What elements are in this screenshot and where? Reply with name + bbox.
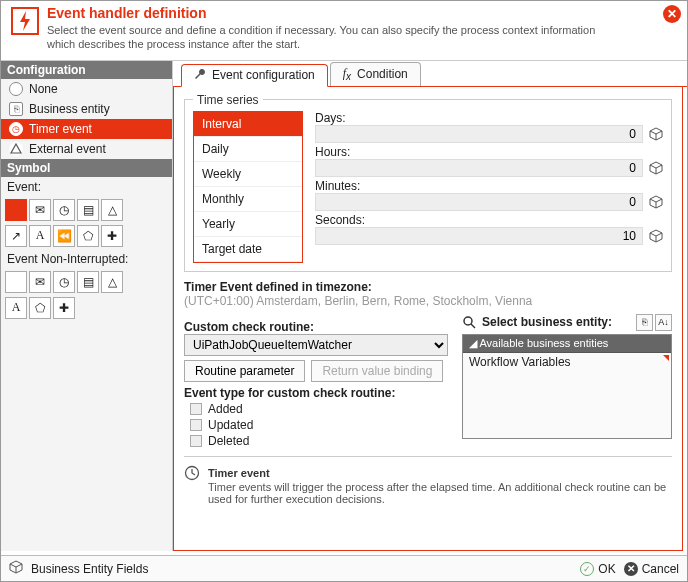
cancel-button[interactable]: ✕ Cancel: [624, 562, 679, 576]
seconds-label: Seconds:: [315, 213, 663, 227]
period-interval[interactable]: Interval: [194, 112, 302, 137]
cfg-item-timer-event[interactable]: ◷ Timer event: [1, 119, 172, 139]
custom-routine-select[interactable]: UiPathJobQueueItemWatcher: [184, 334, 448, 356]
ni-symbol-plus-icon[interactable]: ✚: [53, 297, 75, 319]
event-noninterrupted-label: Event Non-Interrupted:: [1, 249, 172, 269]
checkbox-deleted[interactable]: [190, 435, 202, 447]
sidebar: Configuration None ⎘ Business entity ◷ T…: [1, 61, 173, 551]
ni-symbol-list-icon[interactable]: ▤: [77, 271, 99, 293]
event-label: Event:: [1, 177, 172, 197]
clock-icon: [184, 465, 200, 481]
symbol-clock-icon[interactable]: ◷: [53, 199, 75, 221]
time-series-legend: Time series: [193, 93, 263, 107]
period-daily[interactable]: Daily: [194, 137, 302, 162]
tab-content: Time series Interval Daily Weekly Monthl…: [173, 87, 683, 551]
link-icon: ⎘: [9, 102, 23, 116]
cancel-icon: ✕: [624, 562, 638, 576]
hours-input[interactable]: [315, 159, 643, 177]
cancel-label: Cancel: [642, 562, 679, 576]
minutes-input[interactable]: [315, 193, 643, 211]
wrench-icon: [194, 68, 206, 83]
cfg-label: None: [29, 82, 58, 96]
symbol-rewind-icon[interactable]: ⏪: [53, 225, 75, 247]
timezone-value: (UTC+01:00) Amsterdam, Berlin, Bern, Rom…: [184, 294, 672, 308]
checkbox-label: Updated: [208, 418, 253, 432]
symbol-nearrow-icon[interactable]: ↗: [5, 225, 27, 247]
cube-icon[interactable]: [649, 195, 663, 209]
symbol-solid[interactable]: [5, 199, 27, 221]
circle-icon: [9, 82, 23, 96]
period-yearly[interactable]: Yearly: [194, 212, 302, 237]
checkbox-label: Deleted: [208, 434, 249, 448]
symbol-plus-icon[interactable]: ✚: [101, 225, 123, 247]
tab-event-configuration[interactable]: Event configuration: [181, 64, 328, 87]
days-label: Days:: [315, 111, 663, 125]
ni-symbol-clock-icon[interactable]: ◷: [53, 271, 75, 293]
cube-icon[interactable]: [649, 161, 663, 175]
days-input[interactable]: [315, 125, 643, 143]
ni-symbol-envelope-icon[interactable]: ✉: [29, 271, 51, 293]
ok-button[interactable]: ✓ OK: [580, 562, 615, 576]
fx-icon: fx: [343, 66, 351, 82]
symbol-a-icon[interactable]: A: [29, 225, 51, 247]
timer-footer: Timer event Timer events will trigger th…: [184, 465, 672, 507]
symbol-pentagon-icon[interactable]: ⬠: [77, 225, 99, 247]
tab-label: Event configuration: [212, 68, 315, 82]
tab-condition[interactable]: fx Condition: [330, 62, 421, 85]
dialog-footer: Business Entity Fields ✓ OK ✕ Cancel: [1, 555, 687, 581]
ni-symbol-pentagon-icon[interactable]: ⬠: [29, 297, 51, 319]
dialog-header: Event handler definition Select the even…: [1, 1, 687, 61]
dialog-title: Event handler definition: [47, 5, 607, 21]
hours-label: Hours:: [315, 145, 663, 159]
symbol-envelope-icon[interactable]: ✉: [29, 199, 51, 221]
cfg-item-none[interactable]: None: [1, 79, 172, 99]
filter-entity-button[interactable]: ⎘: [636, 314, 653, 331]
checkbox-added[interactable]: [190, 403, 202, 415]
cfg-label: Business entity: [29, 102, 110, 116]
cfg-label: External event: [29, 142, 106, 156]
symbol-list-icon[interactable]: ▤: [77, 199, 99, 221]
bolt-icon: [9, 5, 41, 37]
return-value-binding-button[interactable]: Return value binding: [311, 360, 443, 382]
dialog-subtitle: Select the event source and define a con…: [47, 23, 607, 52]
ni-symbol-triangle-icon[interactable]: △: [101, 271, 123, 293]
period-weekly[interactable]: Weekly: [194, 162, 302, 187]
search-icon[interactable]: [462, 315, 476, 329]
timezone-label: Timer Event defined in timezone:: [184, 280, 672, 294]
timer-foot-desc: Timer events will trigger the process af…: [208, 481, 672, 505]
symbol-triangle-icon[interactable]: △: [101, 199, 123, 221]
entity-box: ◢ Available business entities Workflow V…: [462, 334, 672, 439]
entity-group-label: Available business entities: [479, 337, 608, 349]
cfg-label: Timer event: [29, 122, 92, 136]
footer-left-label[interactable]: Business Entity Fields: [31, 562, 148, 576]
custom-routine-label: Custom check routine:: [184, 320, 448, 334]
period-list: Interval Daily Weekly Monthly Yearly Tar…: [193, 111, 303, 263]
seconds-input[interactable]: [315, 227, 643, 245]
ni-symbol-blank[interactable]: [5, 271, 27, 293]
routine-parameter-button[interactable]: Routine parameter: [184, 360, 305, 382]
select-entity-label: Select business entity:: [482, 315, 612, 329]
cube-icon[interactable]: [649, 229, 663, 243]
period-monthly[interactable]: Monthly: [194, 187, 302, 212]
event-type-label: Event type for custom check routine:: [184, 386, 448, 400]
period-target-date[interactable]: Target date: [194, 237, 302, 262]
close-icon[interactable]: ✕: [663, 5, 681, 23]
checkbox-label: Added: [208, 402, 243, 416]
cube-icon: [9, 560, 23, 577]
ok-label: OK: [598, 562, 615, 576]
svg-line-2: [471, 324, 475, 328]
ni-symbol-a-icon[interactable]: A: [5, 297, 27, 319]
entity-item-workflow-variables[interactable]: Workflow Variables: [463, 353, 671, 371]
cube-icon[interactable]: [649, 127, 663, 141]
symbol-header: Symbol: [1, 159, 172, 177]
cfg-item-business-entity[interactable]: ⎘ Business entity: [1, 99, 172, 119]
check-icon: ✓: [580, 562, 594, 576]
divider: [184, 456, 672, 457]
entity-group-header[interactable]: ◢ Available business entities: [463, 335, 671, 353]
main-panel: Event configuration fx Condition Time se…: [173, 61, 687, 551]
cfg-item-external-event[interactable]: External event: [1, 139, 172, 159]
minutes-label: Minutes:: [315, 179, 663, 193]
checkbox-updated[interactable]: [190, 419, 202, 431]
sort-entity-button[interactable]: A↓: [655, 314, 672, 331]
configuration-header: Configuration: [1, 61, 172, 79]
